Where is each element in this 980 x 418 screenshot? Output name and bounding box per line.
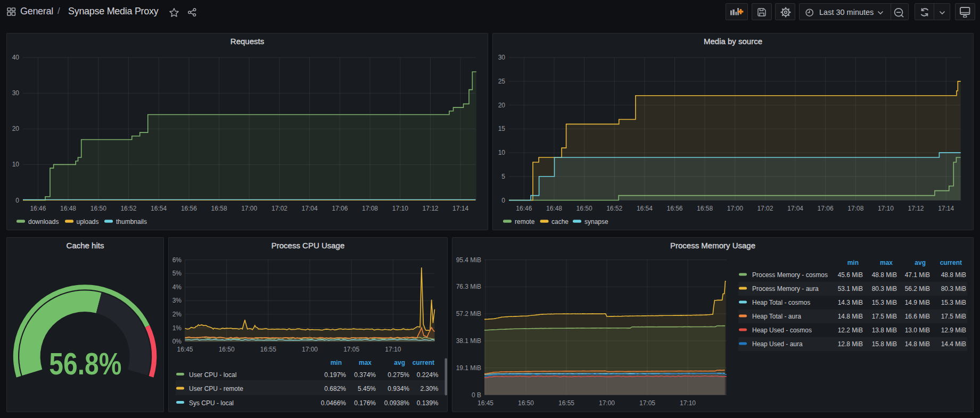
svg-text:0.224%: 0.224% — [417, 371, 439, 379]
svg-text:2.30%: 2.30% — [420, 385, 438, 392]
svg-text:17:06: 17:06 — [818, 205, 834, 212]
svg-text:16:50: 16:50 — [219, 346, 235, 353]
svg-text:avg: avg — [915, 259, 926, 266]
svg-text:17:05: 17:05 — [639, 399, 655, 407]
svg-text:16:46: 16:46 — [30, 205, 46, 212]
svg-text:17:00: 17:00 — [241, 205, 257, 212]
svg-text:56.2 MiB: 56.2 MiB — [905, 285, 930, 292]
svg-text:16:46: 16:46 — [516, 205, 532, 212]
svg-text:min: min — [847, 259, 859, 266]
svg-text:17:04: 17:04 — [302, 205, 318, 212]
svg-text:3%: 3% — [172, 297, 182, 304]
svg-text:0.374%: 0.374% — [354, 371, 376, 379]
svg-text:Heap Total - cosmos: Heap Total - cosmos — [752, 299, 810, 306]
svg-text:uploads: uploads — [77, 218, 99, 225]
svg-text:15.8 MiB: 15.8 MiB — [872, 340, 897, 348]
svg-text:thumbnails: thumbnails — [116, 218, 147, 225]
svg-text:57.2 MiB: 57.2 MiB — [456, 310, 481, 317]
svg-text:80.3 MiB: 80.3 MiB — [941, 285, 966, 292]
svg-text:16:58: 16:58 — [211, 205, 227, 212]
svg-text:17:00: 17:00 — [727, 205, 743, 212]
svg-text:16:54: 16:54 — [637, 205, 653, 212]
svg-text:max: max — [880, 259, 893, 266]
svg-text:13.0 MiB: 13.0 MiB — [905, 327, 930, 334]
svg-text:17:14: 17:14 — [452, 205, 468, 212]
svg-text:16:50: 16:50 — [577, 205, 592, 212]
svg-text:30: 30 — [12, 89, 20, 97]
svg-text:0.0938%: 0.0938% — [384, 399, 410, 407]
svg-text:48.8 MiB: 48.8 MiB — [872, 271, 897, 279]
svg-text:5%: 5% — [172, 270, 182, 277]
svg-text:17:10: 17:10 — [878, 205, 894, 212]
svg-text:17:08: 17:08 — [362, 205, 378, 212]
svg-text:10: 10 — [498, 149, 506, 156]
svg-text:16:45: 16:45 — [177, 346, 193, 353]
svg-text:20: 20 — [12, 125, 20, 132]
svg-text:16.6 MiB: 16.6 MiB — [905, 313, 930, 320]
svg-text:16:48: 16:48 — [60, 205, 76, 212]
svg-text:15.3 MiB: 15.3 MiB — [941, 299, 966, 306]
svg-text:13.8 MiB: 13.8 MiB — [872, 327, 897, 334]
svg-text:1%: 1% — [172, 324, 182, 332]
svg-text:16:45: 16:45 — [477, 399, 493, 407]
svg-text:16:52: 16:52 — [606, 205, 622, 212]
svg-text:5.45%: 5.45% — [358, 385, 376, 392]
svg-text:16:50: 16:50 — [90, 205, 106, 212]
svg-text:38.1 MiB: 38.1 MiB — [456, 337, 481, 345]
svg-text:0.682%: 0.682% — [324, 385, 346, 392]
svg-text:Process Memory - aura: Process Memory - aura — [752, 285, 819, 292]
svg-text:0: 0 — [15, 197, 19, 204]
svg-text:16:56: 16:56 — [181, 205, 197, 212]
svg-text:19.1 MiB: 19.1 MiB — [456, 364, 481, 372]
svg-text:17:10: 17:10 — [392, 205, 408, 212]
svg-text:max: max — [359, 359, 372, 366]
svg-text:40: 40 — [12, 54, 20, 61]
svg-text:15.3 MiB: 15.3 MiB — [872, 299, 897, 306]
svg-text:2%: 2% — [172, 311, 182, 318]
svg-text:30: 30 — [498, 54, 506, 61]
svg-text:16:58: 16:58 — [697, 205, 713, 212]
svg-text:25: 25 — [498, 78, 506, 85]
svg-text:12.8 MiB: 12.8 MiB — [838, 340, 863, 348]
svg-text:17:10: 17:10 — [680, 399, 696, 407]
svg-text:14.8 MiB: 14.8 MiB — [905, 340, 930, 348]
svg-text:Sys CPU - local: Sys CPU - local — [189, 399, 234, 407]
svg-text:0.139%: 0.139% — [417, 399, 439, 407]
svg-text:17:10: 17:10 — [385, 346, 401, 353]
svg-text:14.9 MiB: 14.9 MiB — [905, 299, 930, 306]
svg-text:17.5 MiB: 17.5 MiB — [941, 313, 966, 320]
svg-text:16:48: 16:48 — [546, 205, 562, 212]
svg-text:20: 20 — [498, 102, 506, 109]
svg-text:17:02: 17:02 — [757, 205, 773, 212]
svg-text:14.8 MiB: 14.8 MiB — [838, 313, 863, 320]
svg-text:17:12: 17:12 — [422, 205, 438, 212]
svg-text:14.4 MiB: 14.4 MiB — [941, 340, 966, 348]
svg-text:16:56: 16:56 — [666, 205, 682, 212]
svg-text:avg: avg — [394, 359, 405, 366]
svg-text:5: 5 — [501, 173, 505, 180]
svg-text:current: current — [413, 359, 434, 366]
svg-text:76.3 MiB: 76.3 MiB — [456, 283, 481, 290]
svg-text:56.8%: 56.8% — [49, 346, 121, 381]
svg-text:17.5 MiB: 17.5 MiB — [872, 313, 897, 320]
svg-text:0.176%: 0.176% — [354, 399, 376, 407]
svg-text:4%: 4% — [172, 283, 182, 291]
svg-text:User CPU - local: User CPU - local — [189, 371, 236, 379]
svg-text:12.2 MiB: 12.2 MiB — [838, 327, 863, 334]
svg-text:0.934%: 0.934% — [388, 385, 409, 392]
svg-text:User CPU - remote: User CPU - remote — [189, 385, 243, 392]
svg-text:current: current — [940, 259, 962, 266]
svg-text:95.4 MiB: 95.4 MiB — [456, 256, 481, 264]
svg-text:17:08: 17:08 — [847, 205, 863, 212]
svg-text:Heap Total - aura: Heap Total - aura — [752, 313, 801, 320]
svg-text:downloads: downloads — [28, 218, 59, 225]
svg-text:synapse: synapse — [584, 218, 608, 225]
svg-text:0 B: 0 B — [472, 391, 481, 399]
svg-text:17:14: 17:14 — [938, 205, 954, 212]
svg-text:min: min — [331, 359, 342, 366]
svg-text:45.6 MiB: 45.6 MiB — [838, 271, 863, 279]
svg-text:0: 0 — [501, 197, 505, 204]
svg-text:0.197%: 0.197% — [324, 371, 346, 379]
svg-text:Heap Used - aura: Heap Used - aura — [752, 340, 803, 348]
svg-text:15: 15 — [498, 125, 506, 132]
